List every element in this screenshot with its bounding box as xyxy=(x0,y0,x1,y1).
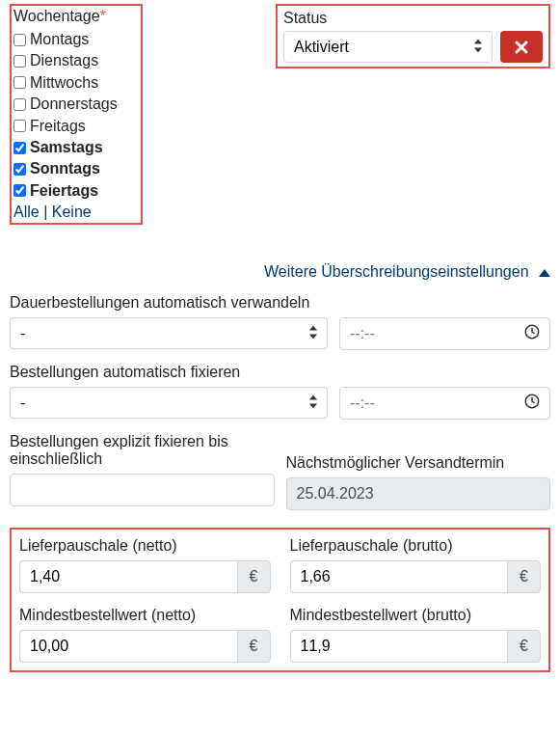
weekday-checkbox[interactable] xyxy=(13,34,26,46)
min-gross-group: Mindestbestellwert (brutto) € xyxy=(290,607,542,663)
flat-gross-group: Lieferpauschale (brutto) € xyxy=(290,537,542,593)
fix-until-input[interactable] xyxy=(10,474,275,506)
flat-gross-label: Lieferpauschale (brutto) xyxy=(290,537,542,555)
weekdays-label: Wochentage* xyxy=(13,8,137,25)
weekday-row: Samstags xyxy=(13,137,137,158)
min-gross-label: Mindestbestellwert (brutto) xyxy=(290,607,542,624)
next-ship-label: Nächstmöglicher Versandtermin xyxy=(286,454,551,472)
weekday-label: Donnerstags xyxy=(30,94,118,115)
currency-label: € xyxy=(237,630,271,663)
weekday-select-links: Alle | Keine xyxy=(13,204,137,221)
next-ship-input xyxy=(286,477,551,510)
caret-up-icon xyxy=(539,269,550,277)
min-net-group: Mindestbestellwert (netto) € xyxy=(19,607,271,663)
weekday-row: Mittwochs xyxy=(13,72,137,94)
weekday-checkbox[interactable] xyxy=(13,76,26,89)
status-label: Status xyxy=(283,10,543,27)
auto-fix-select[interactable]: - xyxy=(10,387,328,419)
currency-label: € xyxy=(237,560,271,593)
currency-label: € xyxy=(507,630,541,663)
weekday-label: Feiertags xyxy=(30,180,98,202)
status-select[interactable]: Aktiviert xyxy=(283,31,493,63)
flat-net-input[interactable] xyxy=(19,560,237,593)
fix-until-label: Bestellungen explizit fixieren bis einsc… xyxy=(10,433,275,468)
weekday-checkbox[interactable] xyxy=(13,163,26,176)
weekday-label: Freitags xyxy=(30,116,86,137)
weekday-label: Samstags xyxy=(30,137,103,158)
flat-gross-input[interactable] xyxy=(290,560,508,593)
weekdays-section: Wochentage* MontagsDienstagsMittwochsDon… xyxy=(10,4,143,225)
weekday-row: Freitags xyxy=(13,116,137,137)
auto-convert-group: Dauerbestellungen automatisch verwandeln… xyxy=(10,294,550,350)
weekday-checkbox[interactable] xyxy=(13,120,26,132)
weekday-checkbox[interactable] xyxy=(13,55,26,68)
auto-fix-time[interactable] xyxy=(339,387,550,420)
fees-section: Lieferpauschale (netto) € Lieferpauschal… xyxy=(10,528,550,672)
close-icon xyxy=(514,40,529,55)
auto-fix-group: Bestellungen automatisch fixieren - xyxy=(10,364,550,420)
min-gross-input[interactable] xyxy=(290,630,508,663)
weekday-label: Dienstags xyxy=(30,50,98,71)
weekday-row: Montags xyxy=(13,29,137,50)
auto-convert-select[interactable]: - xyxy=(10,317,328,349)
auto-fix-label: Bestellungen automatisch fixieren xyxy=(10,364,550,381)
weekday-row: Dienstags xyxy=(13,50,137,71)
weekday-row: Sonntags xyxy=(13,158,137,179)
more-settings-toggle[interactable]: Weitere Überschreibungseinstellungen xyxy=(10,263,550,281)
weekday-checkbox[interactable] xyxy=(13,142,26,154)
weekday-all-link[interactable]: Alle xyxy=(13,204,40,220)
fix-until-group: Bestellungen explizit fixieren bis einsc… xyxy=(10,433,275,510)
weekday-row: Donnerstags xyxy=(13,94,137,115)
min-net-label: Mindestbestellwert (netto) xyxy=(19,607,271,624)
flat-net-label: Lieferpauschale (netto) xyxy=(19,537,271,555)
status-section: Status Aktiviert xyxy=(276,4,550,68)
auto-convert-label: Dauerbestellungen automatisch verwandeln xyxy=(10,294,550,312)
weekday-label: Montags xyxy=(30,29,89,50)
auto-convert-time[interactable] xyxy=(339,317,550,350)
weekday-checkbox[interactable] xyxy=(13,184,26,197)
weekday-none-link[interactable]: Keine xyxy=(52,204,92,220)
next-ship-group: Nächstmöglicher Versandtermin xyxy=(286,433,551,510)
weekday-label: Mittwochs xyxy=(30,72,98,94)
weekday-checkbox[interactable] xyxy=(13,98,26,111)
weekday-label: Sonntags xyxy=(30,158,100,179)
weekday-row: Feiertags xyxy=(13,180,137,202)
flat-net-group: Lieferpauschale (netto) € xyxy=(19,537,271,593)
delete-button[interactable] xyxy=(500,31,543,63)
min-net-input[interactable] xyxy=(19,630,237,663)
currency-label: € xyxy=(507,560,541,593)
